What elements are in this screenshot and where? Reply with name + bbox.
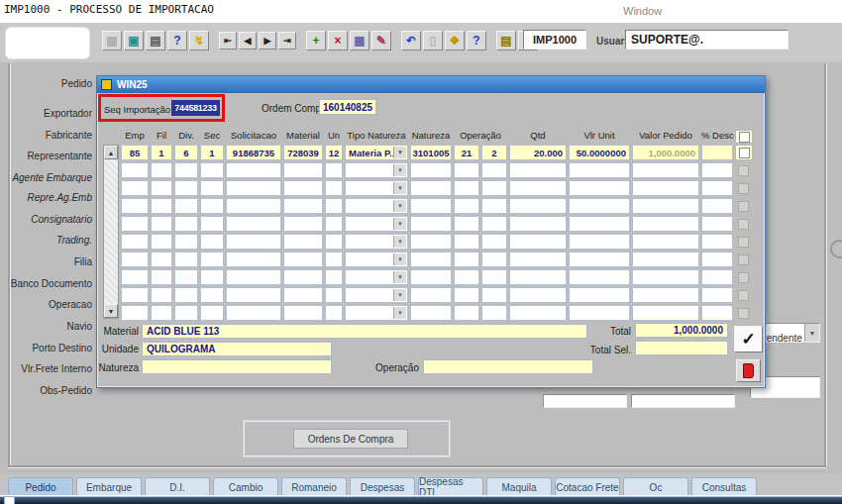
table-cell-empty[interactable] bbox=[121, 162, 149, 178]
table-cell-empty[interactable] bbox=[325, 180, 343, 196]
cell-qtd[interactable]: 20.000 bbox=[509, 145, 567, 160]
table-cell-empty[interactable] bbox=[632, 198, 699, 214]
table-cell-empty[interactable] bbox=[151, 305, 172, 321]
row-select-checkbox[interactable] bbox=[735, 198, 751, 214]
list-values-button[interactable]: ▤ bbox=[496, 31, 516, 50]
table-cell-empty[interactable]: ▾ bbox=[345, 216, 408, 232]
table-cell-empty[interactable] bbox=[632, 305, 699, 321]
tab-embarque[interactable]: Embarque bbox=[76, 477, 142, 496]
table-cell-empty[interactable] bbox=[325, 162, 343, 178]
table-cell-empty[interactable] bbox=[174, 252, 198, 267]
keys-button[interactable]: ❖ bbox=[445, 31, 465, 50]
material-field[interactable]: ACID BLUE 113 bbox=[142, 324, 587, 339]
table-cell-empty[interactable] bbox=[325, 252, 343, 267]
table-cell-empty[interactable] bbox=[569, 269, 630, 285]
table-cell-empty[interactable] bbox=[481, 252, 507, 267]
tab-pedido[interactable]: Pedido bbox=[8, 477, 73, 496]
table-cell-empty[interactable] bbox=[283, 252, 323, 267]
table-cell-empty[interactable] bbox=[200, 216, 224, 232]
row-select-checkbox[interactable] bbox=[735, 216, 751, 232]
enter-query-button[interactable]: ▩ bbox=[350, 31, 369, 50]
save-button[interactable]: ▦ bbox=[102, 31, 122, 50]
table-cell-empty[interactable] bbox=[121, 269, 149, 285]
scroll-down-icon[interactable]: ▼ bbox=[104, 304, 118, 318]
table-cell-empty[interactable]: ▾ bbox=[345, 252, 408, 267]
table-cell-empty[interactable] bbox=[121, 180, 149, 196]
table-cell-empty[interactable] bbox=[283, 269, 323, 285]
table-cell-empty[interactable] bbox=[283, 234, 323, 250]
insert-record-button[interactable]: + bbox=[306, 31, 326, 50]
table-cell-empty[interactable] bbox=[174, 216, 198, 232]
ordem-compra-field[interactable]: 160140825 bbox=[319, 99, 376, 115]
table-cell-empty[interactable] bbox=[410, 216, 452, 232]
clipboard-button[interactable]: ▯ bbox=[423, 31, 443, 50]
help-button[interactable]: ? bbox=[467, 31, 486, 50]
table-cell-empty[interactable] bbox=[325, 198, 343, 214]
table-cell-empty[interactable] bbox=[174, 305, 198, 321]
table-cell-empty[interactable] bbox=[283, 305, 323, 321]
table-cell-empty[interactable]: ▾ bbox=[345, 162, 408, 178]
table-cell-empty[interactable] bbox=[151, 180, 172, 196]
form-field-blank-1[interactable] bbox=[543, 394, 627, 408]
table-cell-empty[interactable] bbox=[200, 287, 224, 303]
execute-query-button[interactable]: ✎ bbox=[371, 31, 391, 50]
row-select-checkbox[interactable] bbox=[735, 269, 751, 285]
table-cell-empty[interactable] bbox=[509, 287, 567, 303]
table-cell-empty[interactable] bbox=[325, 305, 343, 321]
row-select-checkbox[interactable] bbox=[735, 162, 751, 178]
table-cell-empty[interactable] bbox=[121, 287, 149, 303]
table-cell-empty[interactable] bbox=[701, 180, 733, 196]
table-cell-empty[interactable] bbox=[701, 234, 733, 250]
table-cell-empty[interactable] bbox=[200, 269, 224, 285]
tab-cambio[interactable]: Cambio bbox=[213, 477, 278, 496]
table-cell-empty[interactable] bbox=[569, 252, 630, 267]
table-cell-empty[interactable] bbox=[226, 305, 281, 321]
table-cell-empty[interactable] bbox=[325, 269, 343, 285]
table-cell-empty[interactable] bbox=[174, 269, 198, 285]
natureza-field[interactable] bbox=[142, 359, 332, 374]
table-cell-empty[interactable] bbox=[481, 234, 507, 250]
previous-record-button[interactable]: ◀ bbox=[239, 32, 257, 50]
row-select-checkbox[interactable] bbox=[735, 145, 753, 160]
operacao-field[interactable] bbox=[423, 359, 593, 374]
cell-valor-pedido[interactable]: 1,000.0000 bbox=[632, 145, 699, 160]
table-cell-empty[interactable] bbox=[226, 180, 281, 196]
cell-material[interactable]: 728039 bbox=[283, 145, 323, 160]
table-cell-empty[interactable] bbox=[569, 287, 630, 303]
table-cell-empty[interactable] bbox=[226, 287, 281, 303]
table-cell-empty[interactable] bbox=[151, 269, 172, 285]
table-cell-empty[interactable] bbox=[283, 198, 323, 214]
table-cell-empty[interactable] bbox=[509, 216, 567, 232]
row-select-checkbox[interactable] bbox=[735, 180, 751, 196]
cell-solicitacao[interactable]: 91868735 bbox=[226, 145, 281, 160]
table-cell-empty[interactable] bbox=[174, 162, 198, 178]
table-cell-empty[interactable] bbox=[410, 287, 452, 303]
table-cell-empty[interactable] bbox=[509, 252, 567, 267]
tab-despesas-dtl[interactable]: Despesas DTL bbox=[418, 477, 483, 496]
table-cell-empty[interactable] bbox=[174, 180, 198, 196]
cell-natureza[interactable]: 3101005 bbox=[410, 145, 452, 160]
table-cell-empty[interactable] bbox=[151, 162, 172, 178]
table-cell-empty[interactable] bbox=[200, 234, 224, 250]
table-cell-empty[interactable] bbox=[569, 305, 630, 321]
table-cell-empty[interactable]: ▾ bbox=[345, 305, 408, 321]
table-cell-empty[interactable] bbox=[454, 180, 479, 196]
table-cell-empty[interactable] bbox=[151, 234, 172, 250]
table-cell-empty[interactable] bbox=[569, 180, 630, 196]
confirm-button[interactable]: ✓ bbox=[734, 326, 763, 353]
tab-romaneio[interactable]: Romaneio bbox=[281, 477, 347, 496]
row-select-checkbox[interactable] bbox=[735, 287, 751, 303]
table-cell-empty[interactable] bbox=[410, 162, 452, 178]
table-cell-empty[interactable]: ▾ bbox=[345, 180, 408, 196]
table-cell-empty[interactable] bbox=[569, 234, 630, 250]
table-cell-empty[interactable] bbox=[151, 287, 172, 303]
dropdown-arrow-icon[interactable]: ▾ bbox=[393, 147, 406, 158]
table-cell-empty[interactable] bbox=[226, 269, 281, 285]
table-cell-empty[interactable] bbox=[226, 216, 281, 232]
table-cell-empty[interactable] bbox=[701, 198, 733, 214]
table-cell-empty[interactable] bbox=[325, 234, 343, 250]
table-cell-empty[interactable]: ▾ bbox=[345, 287, 408, 303]
table-cell-empty[interactable] bbox=[509, 180, 567, 196]
table-cell-empty[interactable] bbox=[151, 216, 172, 232]
next-record-button[interactable]: ▶ bbox=[259, 32, 276, 50]
